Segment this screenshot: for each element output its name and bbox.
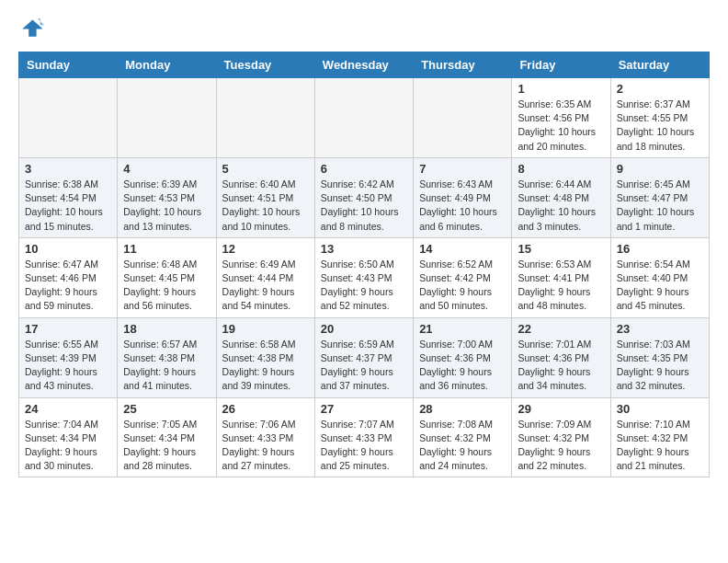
day-number: 20: [321, 322, 407, 336]
day-info: Sunrise: 6:37 AM Sunset: 4:55 PM Dayligh…: [617, 98, 703, 154]
day-number: 4: [123, 162, 210, 176]
calendar-cell: 17Sunrise: 6:55 AM Sunset: 4:39 PM Dayli…: [19, 317, 118, 397]
calendar-cell: 5Sunrise: 6:40 AM Sunset: 4:51 PM Daylig…: [216, 157, 314, 237]
day-number: 25: [123, 402, 210, 416]
day-info: Sunrise: 7:06 AM Sunset: 4:33 PM Dayligh…: [222, 418, 309, 474]
day-info: Sunrise: 7:01 AM Sunset: 4:36 PM Dayligh…: [518, 338, 604, 394]
day-info: Sunrise: 7:09 AM Sunset: 4:32 PM Dayligh…: [518, 418, 604, 474]
day-number: 2: [617, 82, 703, 96]
day-number: 15: [518, 242, 604, 256]
day-info: Sunrise: 7:03 AM Sunset: 4:35 PM Dayligh…: [617, 338, 703, 394]
day-number: 6: [321, 162, 407, 176]
day-info: Sunrise: 6:43 AM Sunset: 4:49 PM Dayligh…: [419, 178, 506, 234]
day-info: Sunrise: 7:07 AM Sunset: 4:33 PM Dayligh…: [321, 418, 407, 474]
calendar-cell: 26Sunrise: 7:06 AM Sunset: 4:33 PM Dayli…: [216, 397, 314, 477]
calendar-cell: [314, 78, 413, 158]
calendar-cell: 22Sunrise: 7:01 AM Sunset: 4:36 PM Dayli…: [512, 317, 610, 397]
day-number: 14: [419, 242, 506, 256]
day-info: Sunrise: 6:40 AM Sunset: 4:51 PM Dayligh…: [222, 178, 309, 234]
calendar-week: 24Sunrise: 7:04 AM Sunset: 4:34 PM Dayli…: [19, 397, 710, 477]
day-info: Sunrise: 6:58 AM Sunset: 4:38 PM Dayligh…: [222, 338, 309, 394]
day-info: Sunrise: 6:57 AM Sunset: 4:38 PM Dayligh…: [123, 338, 210, 394]
day-number: 3: [25, 162, 111, 176]
day-info: Sunrise: 6:38 AM Sunset: 4:54 PM Dayligh…: [25, 178, 111, 234]
calendar-cell: 18Sunrise: 6:57 AM Sunset: 4:38 PM Dayli…: [118, 317, 216, 397]
day-info: Sunrise: 6:45 AM Sunset: 4:47 PM Dayligh…: [617, 178, 703, 234]
calendar-week: 10Sunrise: 6:47 AM Sunset: 4:46 PM Dayli…: [19, 237, 710, 317]
day-number: 28: [419, 402, 506, 416]
calendar-cell: 1Sunrise: 6:35 AM Sunset: 4:56 PM Daylig…: [512, 78, 610, 158]
day-number: 5: [222, 162, 309, 176]
day-info: Sunrise: 7:08 AM Sunset: 4:32 PM Dayligh…: [419, 418, 506, 474]
calendar-cell: 20Sunrise: 6:59 AM Sunset: 4:37 PM Dayli…: [314, 317, 413, 397]
calendar-cell: 16Sunrise: 6:54 AM Sunset: 4:40 PM Dayli…: [610, 237, 709, 317]
logo-icon: [18, 15, 44, 40]
day-info: Sunrise: 7:00 AM Sunset: 4:36 PM Dayligh…: [419, 338, 506, 394]
day-number: 26: [222, 402, 309, 416]
day-info: Sunrise: 6:35 AM Sunset: 4:56 PM Dayligh…: [518, 98, 604, 154]
calendar-cell: 3Sunrise: 6:38 AM Sunset: 4:54 PM Daylig…: [19, 157, 118, 237]
svg-marker-1: [22, 20, 42, 37]
day-number: 1: [518, 82, 604, 96]
calendar-cell: 19Sunrise: 6:58 AM Sunset: 4:38 PM Dayli…: [216, 317, 314, 397]
weekday-header: Saturday: [610, 52, 709, 78]
calendar-cell: 11Sunrise: 6:48 AM Sunset: 4:45 PM Dayli…: [118, 237, 216, 317]
calendar-cell: 13Sunrise: 6:50 AM Sunset: 4:43 PM Dayli…: [314, 237, 413, 317]
day-info: Sunrise: 6:59 AM Sunset: 4:37 PM Dayligh…: [321, 338, 407, 394]
weekday-header: Friday: [512, 52, 610, 78]
calendar-cell: 2Sunrise: 6:37 AM Sunset: 4:55 PM Daylig…: [610, 78, 709, 158]
logo: [18, 15, 46, 40]
weekday-header: Wednesday: [314, 52, 413, 78]
day-number: 7: [419, 162, 506, 176]
page-header: [18, 15, 710, 40]
day-info: Sunrise: 6:54 AM Sunset: 4:40 PM Dayligh…: [617, 258, 703, 314]
calendar-cell: 30Sunrise: 7:10 AM Sunset: 4:32 PM Dayli…: [610, 397, 709, 477]
calendar-cell: 6Sunrise: 6:42 AM Sunset: 4:50 PM Daylig…: [314, 157, 413, 237]
day-info: Sunrise: 6:42 AM Sunset: 4:50 PM Dayligh…: [321, 178, 407, 234]
calendar-table: SundayMondayTuesdayWednesdayThursdayFrid…: [18, 52, 710, 477]
day-info: Sunrise: 6:50 AM Sunset: 4:43 PM Dayligh…: [321, 258, 407, 314]
day-number: 17: [25, 322, 111, 336]
day-info: Sunrise: 6:49 AM Sunset: 4:44 PM Dayligh…: [222, 258, 309, 314]
svg-marker-2: [38, 18, 44, 25]
day-info: Sunrise: 7:04 AM Sunset: 4:34 PM Dayligh…: [25, 418, 111, 474]
day-number: 16: [617, 242, 703, 256]
calendar-cell: 25Sunrise: 7:05 AM Sunset: 4:34 PM Dayli…: [118, 397, 216, 477]
calendar-cell: 14Sunrise: 6:52 AM Sunset: 4:42 PM Dayli…: [414, 237, 512, 317]
day-number: 24: [25, 402, 111, 416]
day-number: 12: [222, 242, 309, 256]
calendar-cell: 4Sunrise: 6:39 AM Sunset: 4:53 PM Daylig…: [118, 157, 216, 237]
calendar-cell: 9Sunrise: 6:45 AM Sunset: 4:47 PM Daylig…: [610, 157, 709, 237]
calendar-cell: [19, 78, 118, 158]
day-info: Sunrise: 7:05 AM Sunset: 4:34 PM Dayligh…: [123, 418, 210, 474]
weekday-header: Sunday: [19, 52, 118, 78]
day-number: 10: [25, 242, 111, 256]
day-number: 13: [321, 242, 407, 256]
day-number: 27: [321, 402, 407, 416]
day-number: 22: [518, 322, 604, 336]
day-info: Sunrise: 6:47 AM Sunset: 4:46 PM Dayligh…: [25, 258, 111, 314]
day-info: Sunrise: 6:48 AM Sunset: 4:45 PM Dayligh…: [123, 258, 210, 314]
calendar-cell: 12Sunrise: 6:49 AM Sunset: 4:44 PM Dayli…: [216, 237, 314, 317]
calendar-cell: 7Sunrise: 6:43 AM Sunset: 4:49 PM Daylig…: [414, 157, 512, 237]
calendar-cell: [216, 78, 314, 158]
day-number: 30: [617, 402, 703, 416]
day-number: 9: [617, 162, 703, 176]
weekday-header: Thursday: [414, 52, 512, 78]
day-number: 23: [617, 322, 703, 336]
day-info: Sunrise: 6:52 AM Sunset: 4:42 PM Dayligh…: [419, 258, 506, 314]
calendar-cell: [118, 78, 216, 158]
calendar-cell: 29Sunrise: 7:09 AM Sunset: 4:32 PM Dayli…: [512, 397, 610, 477]
day-info: Sunrise: 6:55 AM Sunset: 4:39 PM Dayligh…: [25, 338, 111, 394]
day-info: Sunrise: 6:53 AM Sunset: 4:41 PM Dayligh…: [518, 258, 604, 314]
calendar-cell: 8Sunrise: 6:44 AM Sunset: 4:48 PM Daylig…: [512, 157, 610, 237]
calendar-cell: 10Sunrise: 6:47 AM Sunset: 4:46 PM Dayli…: [19, 237, 118, 317]
calendar-header: SundayMondayTuesdayWednesdayThursdayFrid…: [19, 52, 710, 78]
day-number: 11: [123, 242, 210, 256]
day-info: Sunrise: 7:10 AM Sunset: 4:32 PM Dayligh…: [617, 418, 703, 474]
weekday-header: Monday: [118, 52, 216, 78]
calendar-cell: 27Sunrise: 7:07 AM Sunset: 4:33 PM Dayli…: [314, 397, 413, 477]
calendar-week: 17Sunrise: 6:55 AM Sunset: 4:39 PM Dayli…: [19, 317, 710, 397]
day-info: Sunrise: 6:39 AM Sunset: 4:53 PM Dayligh…: [123, 178, 210, 234]
calendar-cell: 21Sunrise: 7:00 AM Sunset: 4:36 PM Dayli…: [414, 317, 512, 397]
